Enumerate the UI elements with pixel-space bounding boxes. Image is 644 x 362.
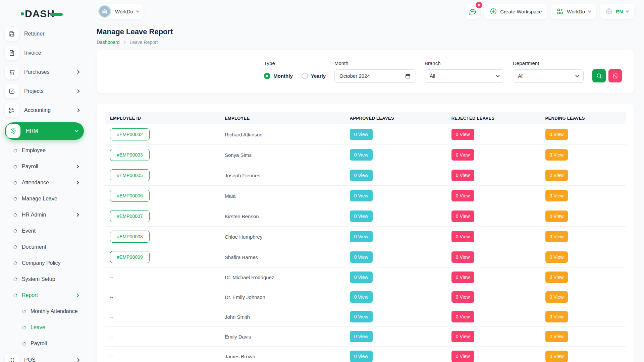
- language-selector[interactable]: EN: [600, 4, 634, 19]
- pending-view-button[interactable]: 0 View: [545, 149, 568, 161]
- sidebar-item-attendance[interactable]: Attendance: [5, 176, 84, 189]
- building-icon: [101, 8, 108, 15]
- sidebar-item-hrm[interactable]: HRM: [5, 122, 84, 140]
- department-value: All: [518, 73, 524, 79]
- rejected-view-button[interactable]: 0 View: [451, 190, 474, 201]
- rejected-view-button[interactable]: 0 View: [451, 331, 474, 342]
- employee-id-button[interactable]: #EMP00009: [110, 251, 150, 263]
- employee-id-button[interactable]: #EMP00006: [110, 190, 150, 202]
- radio-yearly-label: Yearly: [311, 73, 326, 79]
- pending-view-button[interactable]: 0 View: [545, 251, 568, 263]
- table-body: #EMP00002Richard Atkinson0 View0 View0 V…: [105, 124, 626, 362]
- department-select[interactable]: All: [513, 69, 584, 83]
- pending-view-button[interactable]: 0 View: [545, 331, 568, 342]
- sidebar-item-report[interactable]: Report: [5, 289, 84, 302]
- sidebar-item-retainer[interactable]: Retainer: [5, 27, 84, 41]
- projects-icon: [5, 84, 19, 98]
- approved-view-button[interactable]: 0 View: [350, 149, 373, 161]
- approved-view-button[interactable]: 0 View: [350, 210, 373, 222]
- clear-filter-icon: [612, 73, 619, 79]
- table-row: --Dr. Emily Johnson0 View0 View0 View: [105, 287, 626, 307]
- approved-view-button[interactable]: 0 View: [350, 129, 373, 140]
- employee-id-button[interactable]: #EMP00005: [110, 169, 150, 181]
- employee-id-button[interactable]: #EMP00008: [110, 231, 150, 243]
- month-input[interactable]: October 2024: [334, 69, 416, 83]
- sidebar-item-payroll[interactable]: Payroll: [5, 337, 84, 350]
- rejected-view-button[interactable]: 0 View: [451, 291, 474, 303]
- sidebar-item-label: Monthly Attendance: [31, 308, 78, 314]
- sidebar-item-manage-leave[interactable]: Manage Leave: [5, 192, 84, 205]
- radio-monthly[interactable]: Monthly: [264, 73, 293, 79]
- sidebar-item-system-setup[interactable]: System Setup: [5, 273, 84, 286]
- sidebar-item-label: Projects: [24, 88, 44, 94]
- approved-view-button[interactable]: 0 View: [350, 291, 373, 303]
- approved-view-button[interactable]: 0 View: [350, 311, 373, 322]
- search-button[interactable]: [592, 69, 606, 82]
- table-row: #EMP00005Joseph Fiennes0 View0 View0 Vie…: [105, 165, 626, 186]
- pending-view-button[interactable]: 0 View: [545, 291, 568, 303]
- approved-view-button[interactable]: 0 View: [350, 272, 373, 283]
- sidebar-item-purchases[interactable]: Purchases: [5, 65, 84, 79]
- sidebar-item-employee[interactable]: Employee: [5, 144, 84, 157]
- employee-name: Kirsten Benson: [219, 206, 344, 227]
- sidebar-item-document[interactable]: Document: [5, 240, 84, 254]
- sidebar-item-accounting[interactable]: Accounting: [5, 103, 84, 117]
- workspace-selector[interactable]: WorkDo: [97, 4, 144, 19]
- employee-name: Shafira Barnes: [219, 247, 344, 267]
- rejected-view-button[interactable]: 0 View: [451, 251, 474, 263]
- sidebar-item-projects[interactable]: Projects: [5, 84, 84, 98]
- approved-view-button[interactable]: 0 View: [350, 231, 373, 242]
- pending-view-button[interactable]: 0 View: [545, 210, 568, 222]
- pending-view-button[interactable]: 0 View: [545, 311, 568, 322]
- employee-id-button[interactable]: #EMP00007: [110, 210, 150, 222]
- create-workspace-button[interactable]: Create Workspace: [484, 4, 547, 19]
- sidebar-item-hr-admin[interactable]: HR Admin: [5, 208, 84, 222]
- rejected-view-button[interactable]: 0 View: [451, 272, 474, 283]
- sidebar-item-event[interactable]: Event: [5, 224, 84, 238]
- column-header-rejected-leaves: REJECTED LEAVES: [446, 112, 540, 124]
- app-logo[interactable]: DASH: [5, 5, 84, 27]
- pending-view-button[interactable]: 0 View: [545, 272, 568, 283]
- messages-button[interactable]: 0: [465, 4, 480, 19]
- radio-yearly[interactable]: Yearly: [302, 73, 326, 79]
- pending-view-button[interactable]: 0 View: [545, 351, 568, 362]
- branch-select[interactable]: All: [425, 69, 504, 83]
- rejected-view-button[interactable]: 0 View: [451, 129, 474, 140]
- pending-view-button[interactable]: 0 View: [545, 190, 568, 201]
- employee-id-button[interactable]: #EMP00003: [110, 149, 150, 161]
- sidebar-item-company-policy[interactable]: Company Policy: [5, 256, 84, 270]
- rejected-view-button[interactable]: 0 View: [451, 231, 474, 242]
- rejected-view-button[interactable]: 0 View: [451, 210, 474, 222]
- rejected-view-button[interactable]: 0 View: [451, 351, 474, 362]
- sidebar-item-leave[interactable]: Leave: [5, 321, 84, 334]
- chevron-down-icon: [626, 9, 629, 12]
- workspace-switcher[interactable]: WorkDo: [551, 4, 596, 19]
- accounting-icon: [5, 103, 19, 117]
- sidebar-item-pos[interactable]: POS: [5, 353, 84, 362]
- rejected-view-button[interactable]: 0 View: [451, 170, 474, 181]
- breadcrumb-dashboard-link[interactable]: Dashboard: [97, 40, 120, 45]
- calendar-icon: [405, 73, 411, 79]
- approved-view-button[interactable]: 0 View: [350, 251, 373, 263]
- sidebar-item-payroll[interactable]: Payroll: [5, 160, 84, 173]
- pending-view-button[interactable]: 0 View: [545, 231, 568, 242]
- chevron-right-icon: [75, 293, 79, 297]
- rejected-view-button[interactable]: 0 View: [451, 311, 474, 322]
- reset-filter-button[interactable]: [608, 69, 622, 82]
- pending-view-button[interactable]: 0 View: [545, 129, 568, 140]
- bullet-icon: [13, 277, 18, 282]
- rejected-view-button[interactable]: 0 View: [451, 149, 474, 161]
- approved-view-button[interactable]: 0 View: [350, 170, 373, 181]
- breadcrumb-separator-icon: [123, 40, 127, 44]
- sidebar-item-monthly-attendance[interactable]: Monthly Attendance: [5, 305, 84, 318]
- table-row: #EMP00009Shafira Barnes0 View0 View0 Vie…: [105, 247, 626, 267]
- pending-view-button[interactable]: 0 View: [545, 170, 568, 181]
- sidebar-item-invoice[interactable]: Invoice: [5, 46, 84, 60]
- employee-name: Richard Atkinson: [219, 124, 344, 145]
- radio-unselected-icon: [302, 73, 308, 79]
- approved-view-button[interactable]: 0 View: [350, 351, 373, 362]
- workspace-switcher-label: WorkDo: [567, 9, 585, 14]
- approved-view-button[interactable]: 0 View: [350, 331, 373, 342]
- approved-view-button[interactable]: 0 View: [350, 190, 373, 201]
- employee-id-button[interactable]: #EMP00002: [110, 128, 150, 140]
